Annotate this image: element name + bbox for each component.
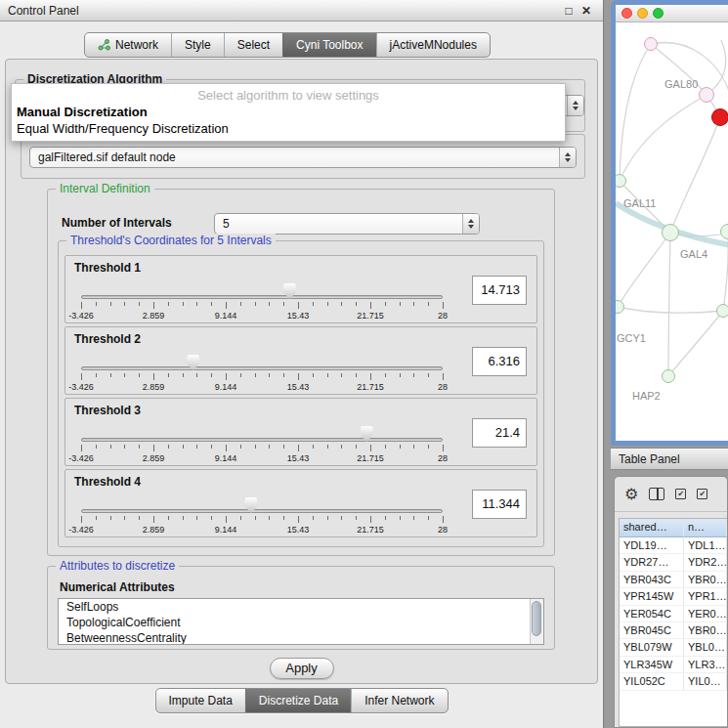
select-all-checkbox-icon[interactable]: ✔ [675,489,686,499]
network-node[interactable] [644,37,658,51]
table-row[interactable]: YDL19…YDL1… [620,537,727,554]
threshold-slider[interactable]: -3.4262.8599.14415.4321.71528 [81,279,443,322]
network-window-titlebar[interactable] [616,5,728,22]
table-cell[interactable]: YPR1… [684,588,727,604]
table-cell[interactable]: YIL052C [620,673,684,689]
slider-tick [196,516,197,520]
table-cell[interactable]: YBR0… [684,572,727,587]
table-cell[interactable]: YLR3… [684,657,727,672]
slider-tick [124,302,125,306]
network-node[interactable] [662,369,675,383]
slider-tick [283,373,284,377]
table-row[interactable]: YBR043CYBR0… [620,572,727,588]
table-cell[interactable]: YDR2… [684,554,727,570]
combo-stepper-icon[interactable] [462,214,479,234]
table-row[interactable]: YBL079WYBL0… [620,639,727,656]
table-row[interactable]: YDR27…YDR2… [620,554,727,571]
threshold-value-field[interactable]: 14.713 [472,276,527,305]
zoom-traffic-light-icon[interactable] [653,8,664,19]
combo-stepper-icon[interactable] [567,96,583,115]
tab-jactivemnodules[interactable]: jActiveMNodules [376,33,490,57]
table-cell[interactable]: YIL0… [684,673,727,689]
attribute-list-item[interactable]: TopologicalCoefficient [59,615,543,630]
slider-tick [298,516,299,523]
table-cell[interactable]: YBR043C [620,572,684,587]
slider-ticks [81,373,443,381]
slider-tick [226,373,227,380]
slider-tick [183,373,184,377]
tab-impute-data[interactable]: Impute Data [155,689,244,712]
table-cell[interactable]: YDR27… [620,554,684,570]
network-node[interactable] [716,304,728,318]
float-window-icon[interactable]: □ [560,4,578,18]
dropdown-option-equal-width-frequency[interactable]: Equal Width/Frequency Discretization [12,120,565,137]
gear-icon[interactable]: ⚙ [624,487,638,502]
tab-discretize-data[interactable]: Discretize Data [245,689,351,712]
combo-stepper-icon[interactable] [559,148,576,167]
slider-track[interactable] [81,438,443,442]
close-window-icon[interactable]: ✕ [578,4,595,18]
slider-tick [283,302,284,306]
minimize-traffic-light-icon[interactable] [637,8,648,19]
list-scrollbar[interactable] [530,599,543,644]
slider-track[interactable] [81,295,443,299]
table-cell[interactable]: YER054C [620,606,684,621]
table-cell[interactable]: YDL1… [684,537,727,553]
network-node[interactable] [662,224,679,241]
tab-select[interactable]: Select [224,33,282,57]
table-row[interactable]: YPR145WYPR1… [620,588,727,605]
slider-axis-label: 9.144 [215,525,237,535]
tab-infer-network[interactable]: Infer Network [351,689,447,712]
tab-cyni-toolbox[interactable]: Cyni Toolbox [282,33,375,57]
threshold-value-field[interactable]: 11.344 [472,490,527,519]
slider-tick [313,302,314,306]
slider-track[interactable] [81,366,443,370]
tab-label: Infer Network [364,694,434,707]
table-row[interactable]: YER054CYER0… [620,606,727,622]
attribute-list-item[interactable]: BetweennessCentrality [59,630,543,645]
table-row[interactable]: YBR045CYBR0… [620,622,727,639]
slider-ticks [81,445,443,452]
attribute-list-item[interactable]: SelfLoops [59,599,543,615]
group-title: Interval Definition [56,182,154,195]
dropdown-option-manual-discretization[interactable]: Manual Discretization [12,104,565,120]
table-cell[interactable]: YBR045C [620,622,684,638]
scrollbar-thumb[interactable] [532,601,541,636]
table-cell[interactable]: YPR145W [620,588,684,604]
table-data-combobox[interactable]: galFiltered.sif default node [29,147,577,168]
threshold-slider[interactable]: -3.4262.8599.14415.4321.71528 [81,493,443,536]
slider-tick [313,373,314,377]
network-node[interactable] [699,87,714,103]
column-header-name[interactable]: n… [684,519,727,537]
apply-button[interactable]: Apply [270,658,334,679]
threshold-value-field[interactable]: 21.4 [472,418,527,448]
number-of-intervals-combobox[interactable]: 5 [214,213,480,235]
slider-tick [255,516,256,520]
group-title: Threshold's Coordinates for 5 Intervals [66,234,276,247]
columns-icon[interactable] [649,488,664,500]
close-traffic-light-icon[interactable] [621,8,632,19]
network-node-selected[interactable] [711,108,728,126]
threshold-slider[interactable]: -3.4262.8599.14415.4321.71528 [81,422,443,465]
table-cell[interactable]: YLR345W [620,657,684,672]
slider-track[interactable] [81,509,443,513]
table-row[interactable]: YIL052CYIL0… [620,673,727,690]
network-canvas[interactable]: GAL80 GAL11 GAL4 GCY1 HAP2 [616,22,728,441]
column-header-shared-name[interactable]: shared… [620,519,684,537]
table-cell[interactable]: YBL079W [620,639,684,655]
slider-tick [356,373,357,377]
table-cell[interactable]: YER0… [684,606,727,621]
tab-network[interactable]: Network [85,33,171,57]
threshold-value-field[interactable]: 6.316 [472,347,527,376]
tab-style[interactable]: Style [171,33,224,57]
numerical-attributes-list[interactable]: SelfLoopsTopologicalCoefficientBetweenne… [58,598,544,645]
number-of-intervals-label: Number of Intervals [62,216,172,230]
table-cell[interactable]: YBR0… [684,622,727,638]
table-row[interactable]: YLR345WYLR3… [620,657,727,673]
deselect-all-checkbox-icon[interactable]: ✔ [697,489,707,499]
table-cell[interactable]: YDL19… [620,537,684,553]
threshold-slider[interactable]: -3.4262.8599.14415.4321.71528 [81,351,443,394]
table-panel-header: Table Panel [611,448,728,470]
table-cell[interactable]: YBL0… [684,639,727,655]
slider-tick [240,373,241,377]
